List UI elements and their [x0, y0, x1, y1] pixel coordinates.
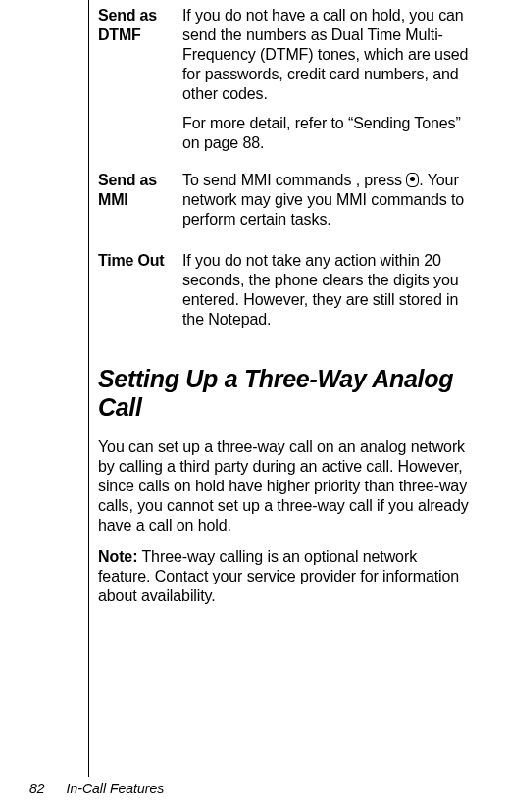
page-content: Send as DTMF If you do not have a call o…	[98, 6, 469, 618]
chapter-title: In-Call Features	[67, 781, 165, 796]
def-desc: To send MMI commands , press . Your netw…	[182, 171, 469, 229]
def-desc-text: If you do not take any action within 20 …	[182, 251, 469, 330]
def-desc: If you do not have a call on hold, you c…	[182, 6, 469, 153]
page-number: 82	[29, 781, 45, 796]
def-desc-text: If you do not have a call on hold, you c…	[182, 6, 469, 104]
body-paragraph: You can set up a three-way call on an an…	[98, 437, 469, 535]
definition-row: Time Out If you do not take any action w…	[98, 251, 469, 330]
note-label: Note:	[98, 548, 137, 565]
note-paragraph: Note: Three-way calling is an optional n…	[98, 547, 469, 606]
def-desc-pre: To send MMI commands , press	[182, 172, 406, 188]
def-desc-text: To send MMI commands , press . Your netw…	[182, 171, 469, 229]
def-desc: If you do not take any action within 20 …	[182, 251, 469, 330]
page-footer: 82In-Call Features	[29, 781, 164, 796]
definition-row: Send as MMI To send MMI commands , press…	[98, 171, 469, 229]
def-term-time-out: Time Out	[98, 251, 182, 271]
def-desc-text: For more detail, refer to “Sending Tones…	[182, 114, 469, 153]
definition-row: Send as DTMF If you do not have a call o…	[98, 6, 469, 153]
margin-rule	[88, 0, 89, 777]
def-term-send-dtmf: Send as DTMF	[98, 6, 182, 45]
section-heading: Setting Up a Three-Way Analog Call	[98, 365, 469, 422]
def-term-send-mmi: Send as MMI	[98, 171, 182, 210]
key-icon	[406, 173, 419, 187]
note-text: Three-way calling is an optional network…	[98, 548, 459, 604]
manual-page: Send as DTMF If you do not have a call o…	[0, 0, 508, 812]
